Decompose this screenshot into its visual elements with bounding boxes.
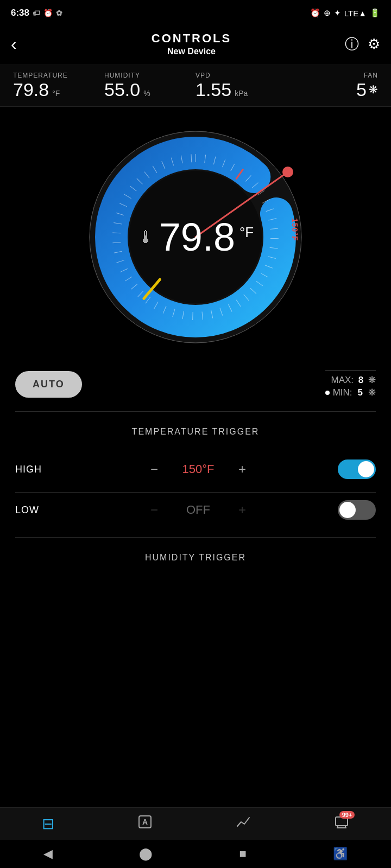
fan-min-icon: ❋ <box>368 387 376 398</box>
gauge-center-display: 🌡 79.8 °F <box>137 218 254 257</box>
fan-limits: MAX: 8 ❋ MIN: 5 ❋ <box>325 371 376 398</box>
temperature-sensor: TEMPERATURE 79.8 °F <box>13 72 104 99</box>
alarm-icon: ⏰ <box>310 8 320 18</box>
chart-icon <box>236 814 251 833</box>
temperature-trigger-section: TEMPERATURE TRIGGER HIGH − 150°F + LOW −… <box>0 412 391 533</box>
high-minus-button[interactable]: − <box>144 462 164 477</box>
time-display: 6:38 <box>11 8 29 18</box>
thermometer-icon: 🌡 <box>137 227 155 247</box>
bottom-nav: ⊟ A 99+ <box>0 807 391 840</box>
min-dot <box>325 391 330 395</box>
fan-value: 5 <box>356 80 367 99</box>
temp-trigger-title: TEMPERATURE TRIGGER <box>15 427 376 437</box>
low-label: LOW <box>15 505 59 516</box>
battery-icon: 🔋 <box>370 8 380 18</box>
status-icons: ⏰ ⊕ ✦ LTE▲ 🔋 <box>310 8 380 18</box>
high-label: HIGH <box>15 464 59 475</box>
nav-notifications[interactable]: 99+ <box>334 814 349 833</box>
humidity-value: 55.0 <box>104 80 140 99</box>
auto-button[interactable]: AUTO <box>15 371 82 398</box>
humidity-trigger-title: HUMIDITY TRIGGER <box>15 553 376 563</box>
svg-text:150°F: 150°F <box>291 218 299 241</box>
nav-icons: ⓘ ⚙ <box>345 35 380 54</box>
status-time: 6:38 🏷 ⏰ ✿ <box>11 8 62 18</box>
settings-button[interactable]: ⚙ <box>368 36 380 53</box>
device-icon: A <box>137 814 153 833</box>
low-value: OFF <box>174 503 223 517</box>
humidity-unit: % <box>143 89 150 98</box>
android-recents[interactable]: ■ <box>239 847 247 861</box>
info-button[interactable]: ⓘ <box>345 35 359 54</box>
gauge-temp-unit: °F <box>239 224 254 241</box>
svg-line-29 <box>193 312 193 320</box>
vpd-unit: kPa <box>235 89 248 98</box>
high-toggle-knob <box>358 461 374 477</box>
nav-chart[interactable] <box>236 814 251 833</box>
fan-max-display: MAX: 8 ❋ <box>325 371 376 386</box>
svg-point-58 <box>282 167 293 177</box>
bluetooth-icon: ✦ <box>334 8 341 18</box>
fan-label: FAN <box>364 72 378 79</box>
temp-label: TEMPERATURE <box>13 72 104 79</box>
vpd-sensor: VPD 1.55 kPa <box>195 72 287 99</box>
high-plus-button[interactable]: + <box>232 462 252 477</box>
top-nav: ‹ CONTROLS New Device ⓘ ⚙ <box>0 26 391 64</box>
android-home[interactable]: ⬤ <box>139 847 153 861</box>
svg-text:A: A <box>142 818 148 826</box>
back-button[interactable]: ‹ <box>11 34 38 54</box>
high-toggle-slider <box>338 459 376 479</box>
notification-badge: 99+ <box>339 811 355 819</box>
fan-max-icon: ❋ <box>368 375 376 385</box>
android-back[interactable]: ◀ <box>43 847 53 861</box>
controls-icon: ⊟ <box>42 815 54 833</box>
low-plus-button[interactable]: + <box>232 502 252 518</box>
low-toggle-slider <box>338 500 376 520</box>
low-toggle[interactable] <box>338 500 376 520</box>
gps-icon: ⊕ <box>324 8 331 18</box>
status-bar: 6:38 🏷 ⏰ ✿ ⏰ ⊕ ✦ LTE▲ 🔋 <box>0 0 391 26</box>
temp-value: 79.8 <box>13 80 49 99</box>
humidity-label: HUMIDITY <box>104 72 195 79</box>
gauge-section: 150°F 🌡 79.8 °F <box>0 107 391 362</box>
sensor-bar: TEMPERATURE 79.8 °F HUMIDITY 55.0 % VPD … <box>0 64 391 107</box>
nav-title-block: CONTROLS New Device <box>152 31 231 56</box>
humidity-sensor: HUMIDITY 55.0 % <box>104 72 195 99</box>
page-title: CONTROLS <box>152 31 231 46</box>
vpd-label: VPD <box>195 72 287 79</box>
high-trigger-row: HIGH − 150°F + <box>15 452 376 493</box>
controls-row: AUTO MAX: 8 ❋ MIN: 5 ❋ <box>0 362 391 407</box>
high-value: 150°F <box>174 462 223 476</box>
fan-sensor: FAN 5 ❋ <box>287 72 378 99</box>
vpd-value: 1.55 <box>195 80 231 99</box>
nav-device[interactable]: A <box>137 814 153 833</box>
low-trigger-controls: − OFF + <box>144 502 252 518</box>
gauge-container: 150°F 🌡 79.8 °F <box>81 123 310 351</box>
nav-controls[interactable]: ⊟ <box>42 815 54 833</box>
android-accessibility[interactable]: ♿ <box>333 847 348 861</box>
low-toggle-knob <box>339 502 356 518</box>
high-toggle[interactable] <box>338 459 376 479</box>
fan-icon: ❋ <box>369 83 378 96</box>
signal-icon: LTE▲ <box>344 9 367 18</box>
fan-min-display: MIN: 5 ❋ <box>325 387 376 398</box>
device-name: New Device <box>152 47 231 56</box>
low-minus-button[interactable]: − <box>144 502 164 518</box>
humidity-trigger-section: HUMIDITY TRIGGER <box>0 538 391 643</box>
temp-unit: °F <box>52 89 60 98</box>
gauge-temp-value: 79.8 <box>159 218 235 257</box>
low-trigger-row: LOW − OFF + <box>15 493 376 533</box>
high-trigger-controls: − 150°F + <box>144 462 252 477</box>
android-nav: ◀ ⬤ ■ ♿ <box>0 840 391 868</box>
